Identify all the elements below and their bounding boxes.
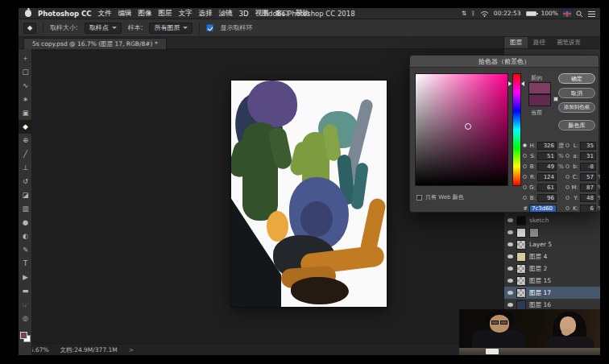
radio-b[interactable]	[523, 164, 527, 168]
hue-slider-arrow-icon[interactable]	[508, 81, 512, 86]
radio-m[interactable]	[566, 185, 570, 189]
layer-thumbnail[interactable]	[516, 228, 526, 238]
history-brush-tool[interactable]: ↺	[19, 175, 32, 188]
lab-b-input[interactable]: -8	[580, 163, 596, 171]
marquee-tool[interactable]: □	[19, 65, 32, 79]
visibility-eye-icon[interactable]	[508, 218, 513, 222]
magic-wand-tool[interactable]: ∗	[19, 93, 32, 106]
color-field-marker[interactable]	[465, 123, 471, 130]
menu-item-filter[interactable]: 滤镜	[219, 9, 233, 19]
visibility-eye-icon[interactable]	[508, 230, 513, 234]
layer-thumbnail[interactable]	[516, 252, 526, 262]
spotlight-icon[interactable]	[576, 10, 583, 18]
sync-icon[interactable]: ⇅	[462, 8, 466, 19]
eyedropper-tool[interactable]: ◆	[19, 120, 32, 134]
menu-item-type[interactable]: 文字	[179, 9, 193, 19]
radio-l[interactable]	[566, 143, 570, 147]
move-tool[interactable]: ＋	[19, 52, 32, 65]
menu-item-3d[interactable]: 3D	[239, 10, 249, 18]
menu-item-edit[interactable]: 编辑	[118, 9, 132, 19]
y-input[interactable]: 48	[580, 194, 596, 202]
menu-item-select[interactable]: 选择	[199, 9, 213, 19]
foreground-color-swatch[interactable]	[20, 332, 27, 339]
l-input[interactable]: 35	[580, 142, 596, 150]
layer-row[interactable]: 图层 15	[504, 275, 600, 287]
layer-row-selected[interactable]: 图层 17	[504, 287, 600, 299]
layer-thumbnail[interactable]	[516, 300, 526, 310]
tab-brush-settings[interactable]: 画笔设置	[551, 37, 586, 48]
show-sampling-ring-checkbox[interactable]	[206, 24, 213, 31]
menu-item-layer[interactable]: 图层	[159, 9, 172, 19]
layer-thumbnail[interactable]	[516, 240, 526, 250]
app-menu[interactable]: Photoshop CC	[38, 10, 92, 18]
wifi-icon[interactable]	[480, 10, 489, 17]
sample-size-dropdown[interactable]: 取样点	[85, 23, 122, 34]
layer-row[interactable]: 图层 4	[504, 250, 600, 263]
tab-paths[interactable]: 路径	[528, 37, 551, 48]
radio-c[interactable]	[566, 175, 570, 179]
web-colors-checkbox[interactable]	[416, 195, 422, 201]
cancel-button[interactable]: 取消	[558, 88, 595, 98]
visibility-eye-icon[interactable]	[508, 254, 513, 259]
input-source-flag-icon[interactable]	[563, 11, 571, 17]
radio-a[interactable]	[566, 154, 570, 158]
b2-input[interactable]: 96	[537, 194, 557, 202]
visibility-eye-icon[interactable]	[508, 242, 513, 246]
current-tool-eyedropper-icon[interactable]: ◆	[23, 23, 36, 34]
add-to-swatches-button[interactable]: 添加到色板	[558, 102, 595, 113]
layer-thumbnail[interactable]	[529, 228, 539, 238]
document-size-info[interactable]: 文档:24.9M/377.1M	[60, 346, 118, 354]
hand-tool[interactable]: ☞	[19, 298, 32, 312]
radio-b2[interactable]	[523, 196, 527, 200]
radio-h[interactable]	[523, 143, 527, 147]
lasso-tool[interactable]: ∿	[19, 79, 32, 93]
document-tab[interactable]: 5s copy.psd @ 16.7% (图层 17, RGB/8#) *	[23, 38, 167, 49]
ok-button[interactable]: 确定	[558, 73, 595, 84]
shape-tool[interactable]: ▬	[19, 284, 32, 298]
menubar-clock[interactable]: 00:22:53	[494, 8, 521, 19]
layer-thumbnail[interactable]	[516, 288, 526, 298]
type-tool[interactable]: T	[19, 257, 32, 271]
r-input[interactable]: 124	[537, 173, 557, 181]
sample-layers-dropdown[interactable]: 所有图层	[149, 23, 193, 34]
control-center-icon[interactable]	[588, 11, 595, 17]
visibility-eye-icon[interactable]	[508, 279, 513, 283]
b-input[interactable]: 49	[537, 163, 557, 171]
path-select-tool[interactable]: ▶	[19, 271, 32, 284]
eraser-tool[interactable]: ◪	[19, 188, 32, 202]
menu-item-file[interactable]: 文件	[98, 9, 112, 19]
pen-tool[interactable]: ✎	[19, 243, 32, 257]
radio-y[interactable]	[566, 196, 570, 200]
layer-row[interactable]: sketch	[504, 214, 600, 226]
tab-layers[interactable]: 图层	[504, 37, 528, 48]
clone-stamp-tool[interactable]: ⊥	[19, 161, 32, 175]
color-field[interactable]	[415, 73, 508, 186]
layer-row[interactable]: Layer 5	[504, 238, 600, 250]
status-chevron-icon[interactable]: >	[129, 346, 134, 354]
brush-tool[interactable]: ╱	[19, 147, 32, 161]
layer-row[interactable]	[504, 226, 600, 238]
s-input[interactable]: 51	[537, 152, 557, 160]
a-input[interactable]: 31	[580, 152, 596, 160]
hue-slider-arrow-icon[interactable]	[521, 81, 524, 86]
h-input[interactable]: 326	[537, 142, 557, 150]
gradient-tool[interactable]: ▥	[19, 202, 32, 216]
layer-thumbnail[interactable]	[516, 216, 526, 225]
layer-thumbnail[interactable]	[516, 276, 526, 286]
hue-slider[interactable]	[512, 73, 521, 186]
m-input[interactable]: 87	[580, 184, 596, 192]
apple-menu-icon[interactable]	[25, 10, 31, 17]
radio-lab-b[interactable]	[566, 164, 570, 168]
visibility-eye-icon[interactable]	[508, 267, 513, 271]
hex-input[interactable]: 7c3d60	[529, 205, 557, 213]
radio-s[interactable]	[523, 154, 527, 158]
layer-thumbnail[interactable]	[516, 264, 526, 274]
visibility-eye-icon[interactable]	[508, 291, 513, 295]
color-libraries-button[interactable]: 颜色库	[558, 120, 595, 130]
crop-tool[interactable]: ▣	[19, 106, 32, 120]
menu-item-image[interactable]: 图像	[139, 9, 152, 19]
document-artwork[interactable]	[231, 81, 387, 307]
healing-brush-tool[interactable]: ⊕	[19, 134, 32, 147]
zoom-tool[interactable]: ◎	[19, 312, 32, 325]
g-input[interactable]: 61	[537, 184, 557, 192]
